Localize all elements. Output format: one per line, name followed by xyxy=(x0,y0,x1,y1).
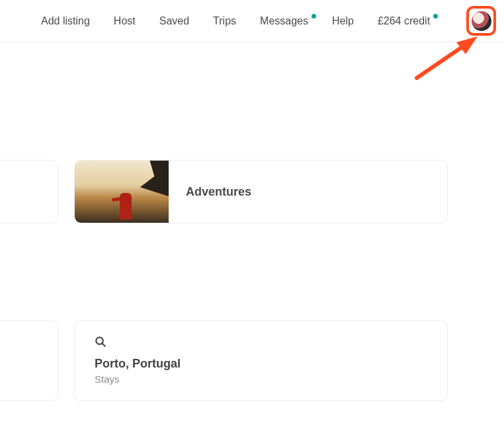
nav-trips[interactable]: Trips xyxy=(213,15,236,27)
notification-dot-icon xyxy=(433,14,438,19)
nav-saved[interactable]: Saved xyxy=(159,15,189,27)
avatar-icon xyxy=(472,11,491,31)
nav-host[interactable]: Host xyxy=(114,15,136,27)
thumbnail-cliff-shape xyxy=(137,160,169,196)
category-card-prev[interactable] xyxy=(0,160,58,223)
category-card-adventures[interactable]: Adventures xyxy=(74,160,448,223)
notification-dot-icon xyxy=(312,14,316,19)
search-icon xyxy=(95,336,427,348)
search-card-title: Porto, Portugal xyxy=(95,357,427,371)
svg-line-3 xyxy=(102,343,105,346)
nav-credit[interactable]: £264 credit xyxy=(378,15,430,27)
search-card-porto[interactable]: Porto, Portugal Stays xyxy=(74,321,448,401)
nav-help[interactable]: Help xyxy=(332,15,354,27)
adventures-title: Adventures xyxy=(186,185,251,199)
svg-line-0 xyxy=(417,41,471,78)
adventures-thumbnail xyxy=(75,160,169,223)
nav-messages-label: Messages xyxy=(260,15,308,26)
top-nav: Add listing Host Saved Trips Messages He… xyxy=(0,0,504,42)
profile-avatar-button[interactable] xyxy=(466,6,496,36)
search-card-subtitle: Stays xyxy=(95,373,427,385)
nav-add-listing[interactable]: Add listing xyxy=(41,15,90,27)
nav-credit-label: £264 credit xyxy=(378,15,430,26)
nav-messages[interactable]: Messages xyxy=(260,15,308,27)
search-card-prev[interactable] xyxy=(0,321,58,401)
nav-items: Add listing Host Saved Trips Messages He… xyxy=(41,15,452,27)
